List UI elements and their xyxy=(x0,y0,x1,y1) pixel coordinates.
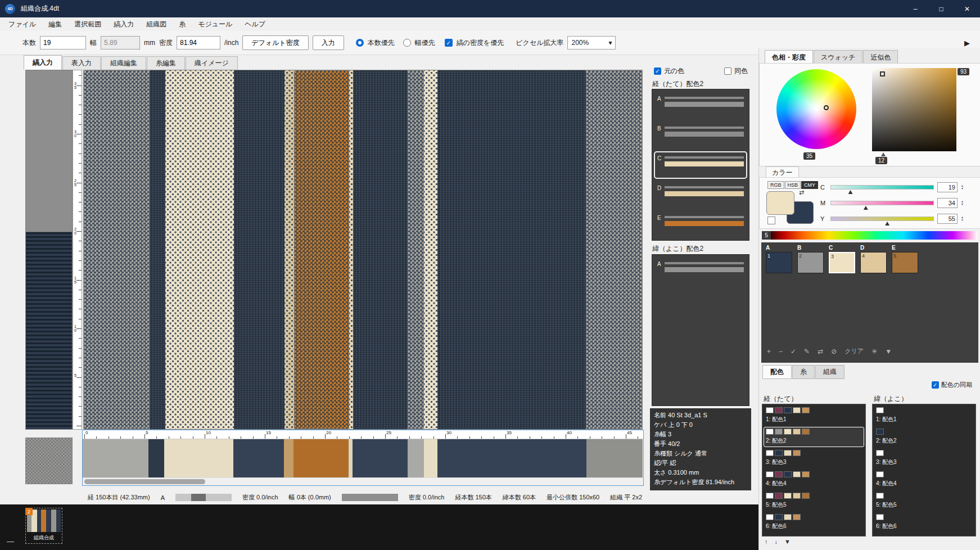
mode-button-RGB[interactable]: RGB xyxy=(767,181,784,189)
disable-icon[interactable]: ⊘ xyxy=(831,348,837,355)
default-density-button[interactable]: デフォルト密度 xyxy=(242,35,308,50)
colorway-list-item[interactable]: 6: 配色6 xyxy=(764,512,864,533)
colorway-list-item[interactable]: 1: 配色1 xyxy=(764,405,864,426)
colorway-list-item[interactable]: 2: 配色2 xyxy=(874,427,974,447)
count-priority-radio[interactable] xyxy=(356,39,364,47)
menu-item-編集[interactable]: 編集 xyxy=(42,17,68,31)
colorway-list-item[interactable]: 1: 配色1 xyxy=(874,405,974,426)
width-priority-radio[interactable] xyxy=(403,39,411,47)
width-input[interactable] xyxy=(101,36,140,49)
colorway-row-A[interactable]: A xyxy=(654,257,747,285)
check-icon[interactable]: ✓ xyxy=(791,348,796,355)
more-icon[interactable]: ▼ xyxy=(784,538,791,545)
stripe-color-preview[interactable] xyxy=(83,439,643,477)
bottom-tab-組織[interactable]: 組織 xyxy=(815,365,844,379)
maximize-button[interactable]: □ xyxy=(928,0,954,17)
menu-item-縞入力[interactable]: 縞入力 xyxy=(107,17,140,31)
swap-colors-icon[interactable]: ⇄ xyxy=(799,189,804,196)
slider-thumb[interactable] xyxy=(864,206,868,210)
slider-spinner[interactable]: ▲▼ xyxy=(961,184,964,190)
colorway-list-item[interactable]: 5: 配色5 xyxy=(764,491,864,511)
menu-item-ファイル[interactable]: ファイル xyxy=(2,17,42,31)
hue-wheel-marker[interactable] xyxy=(824,105,829,110)
tab-縞入力[interactable]: 縞入力 xyxy=(24,55,62,70)
colorway-list-item[interactable]: 4: 配色4 xyxy=(874,470,974,490)
slider-track-C[interactable] xyxy=(830,185,934,190)
current-color-swatch[interactable] xyxy=(766,191,794,215)
menu-item-モジュール[interactable]: モジュール xyxy=(192,17,238,31)
scrollbar-thumb[interactable] xyxy=(84,479,205,484)
slider-thumb[interactable] xyxy=(848,190,853,194)
horizontal-scrollbar[interactable] xyxy=(83,477,643,485)
mode-button-CMY[interactable]: CMY xyxy=(801,181,818,189)
fabric-preview[interactable] xyxy=(83,70,643,430)
colorway-row-E[interactable]: E xyxy=(654,211,747,238)
collapse-handle[interactable]: — xyxy=(7,537,14,546)
sv-marker[interactable] xyxy=(880,71,885,76)
palette-swatch-A[interactable]: 1 xyxy=(766,252,792,273)
tab-組織編集[interactable]: 組織編集 xyxy=(101,56,146,70)
density-input[interactable] xyxy=(177,36,220,49)
document-thumbnail[interactable]: 2 組織合成 xyxy=(25,508,62,544)
slider-spinner[interactable]: ▲▼ xyxy=(961,216,964,222)
colorway-list-item[interactable]: 3: 配色3 xyxy=(874,448,974,468)
bottom-tab-配色[interactable]: 配色 xyxy=(762,365,792,379)
clear-button[interactable]: クリア xyxy=(844,347,864,355)
stripe-density-checkbox[interactable] xyxy=(445,39,453,47)
colorway-list-item[interactable]: 2: 配色2 xyxy=(764,427,864,447)
same-color-checkbox[interactable] xyxy=(724,67,731,75)
close-button[interactable]: ✕ xyxy=(954,0,980,17)
sync-checkbox[interactable] xyxy=(932,381,939,389)
slider-value-C[interactable]: 19 xyxy=(937,182,958,192)
tab-織イメージ[interactable]: 織イメージ xyxy=(186,56,238,70)
slider-track-Y[interactable] xyxy=(830,217,934,221)
asterisk-icon[interactable]: ✳ xyxy=(871,348,877,355)
colorway-list-item[interactable]: 6: 配色6 xyxy=(874,512,974,533)
plus-icon[interactable]: + xyxy=(767,348,771,355)
tab-表入力[interactable]: 表入力 xyxy=(62,56,101,70)
tab-糸編集[interactable]: 糸編集 xyxy=(147,56,185,70)
colorway-list-item[interactable]: 5: 配色5 xyxy=(874,491,974,511)
hue-wheel[interactable] xyxy=(776,69,856,149)
palette-swatch-D[interactable]: 4 xyxy=(860,252,887,273)
colorway-row-C[interactable]: C xyxy=(654,151,747,179)
palette-swatch-C[interactable]: 3 xyxy=(829,252,855,273)
move-down-icon[interactable]: ↓ xyxy=(775,538,778,545)
default-color-swatch[interactable] xyxy=(767,217,775,224)
colorway-list-item[interactable]: 4: 配色4 xyxy=(764,470,864,490)
palette-swatch-E[interactable]: 5 xyxy=(892,252,918,273)
original-color-checkbox[interactable] xyxy=(654,67,661,75)
mode-button-HSB[interactable]: HSB xyxy=(785,181,801,189)
sv-bottom-marker[interactable] xyxy=(881,152,886,156)
saturation-brightness-square[interactable] xyxy=(872,68,956,151)
colorway-row-D[interactable]: D xyxy=(654,181,747,209)
slider-track-M[interactable] xyxy=(830,201,934,205)
menu-item-組織図[interactable]: 組織図 xyxy=(140,17,173,31)
weft-thumbnail[interactable] xyxy=(25,438,73,484)
slider-value-M[interactable]: 34 xyxy=(937,198,958,208)
slider-spinner[interactable]: ▲▼ xyxy=(961,200,964,206)
slider-thumb[interactable] xyxy=(885,222,889,226)
slider-value-Y[interactable]: 55 xyxy=(937,214,958,224)
hue-strip[interactable] xyxy=(771,231,978,240)
move-up-icon[interactable]: ↑ xyxy=(765,538,768,545)
colorway-list-item[interactable]: 3: 配色3 xyxy=(764,448,864,468)
menu-item-ヘルプ[interactable]: ヘルプ xyxy=(238,17,272,31)
minimize-button[interactable]: – xyxy=(902,0,928,17)
colorway-row-B[interactable]: B xyxy=(654,121,747,149)
dropdown-icon[interactable]: ▼ xyxy=(885,348,892,355)
expand-toolbar-icon[interactable]: ▶ xyxy=(964,39,970,47)
minus-icon[interactable]: − xyxy=(779,348,783,355)
weft-color-bar[interactable] xyxy=(25,70,73,430)
swap-icon[interactable]: ⇄ xyxy=(818,348,823,355)
pixel-zoom-select[interactable]: 200% ▾ xyxy=(567,36,616,49)
input-button[interactable]: 入力 xyxy=(313,35,344,50)
count-input[interactable] xyxy=(40,36,86,49)
colorway-row-A[interactable]: A xyxy=(654,92,747,119)
palette-swatch-B[interactable]: 2 xyxy=(797,252,824,273)
bottom-tab-糸[interactable]: 糸 xyxy=(792,365,815,379)
menu-item-糸[interactable]: 糸 xyxy=(173,17,192,31)
pencil-icon[interactable]: ✎ xyxy=(804,348,810,355)
color-chip xyxy=(793,514,801,520)
menu-item-選択範囲[interactable]: 選択範囲 xyxy=(68,17,107,31)
